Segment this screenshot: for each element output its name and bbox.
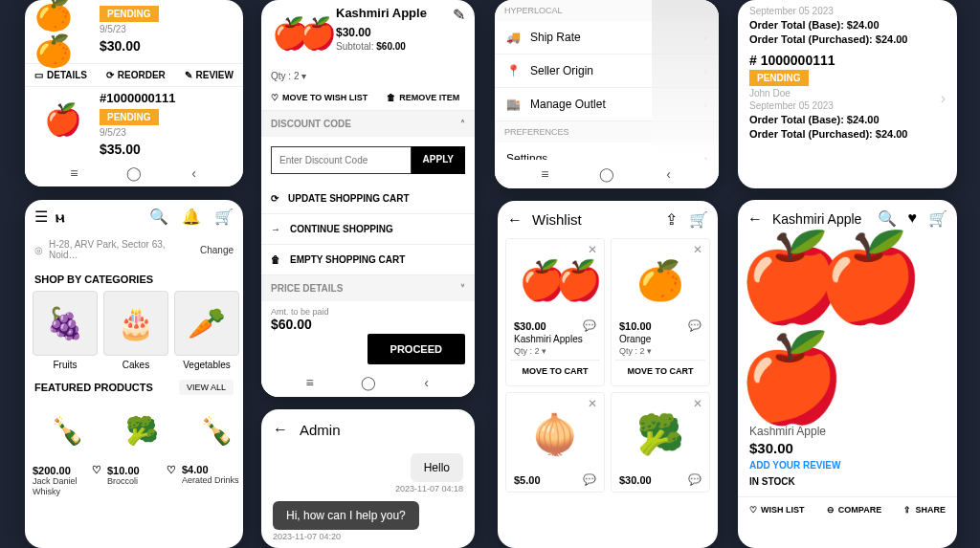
order-total-purchased: Order Total (Purchased): $24.00: [749, 33, 946, 45]
android-nav: ≡◯‹: [261, 368, 475, 397]
remove-icon[interactable]: ✕: [585, 397, 600, 412]
wishlist-button[interactable]: ♡WISH LIST: [749, 505, 805, 515]
wishlist-card[interactable]: ✕ $5.00💬: [505, 392, 605, 493]
move-to-cart-button[interactable]: MOVE TO CART: [510, 360, 600, 382]
product-image: [738, 237, 957, 419]
wishlist-card[interactable]: ✕ $10.00💬 Orange Qty : 2 ▾ MOVE TO CART: [611, 238, 710, 386]
add-review-link[interactable]: ADD YOUR REVIEW: [749, 460, 946, 471]
share-icon[interactable]: ⇪: [665, 210, 678, 229]
review-icon: ✎: [185, 70, 192, 80]
change-address-button[interactable]: Change: [200, 245, 234, 255]
stock-status: IN STOCK: [749, 476, 946, 491]
remove-item-button[interactable]: 🗑REMOVE ITEM: [387, 93, 459, 102]
move-to-wishlist-button[interactable]: ♡MOVE TO WISH LIST: [271, 93, 368, 102]
subtotal: Subtotal: $60.00: [336, 41, 465, 52]
back-icon[interactable]: ←: [747, 210, 763, 228]
product-price: $30.00: [749, 440, 946, 456]
cart-icon[interactable]: 🛒: [689, 210, 708, 229]
share-button[interactable]: ⇪SHARE: [903, 505, 946, 515]
qty-selector[interactable]: Qty : 2 ▾: [510, 344, 600, 358]
peek-image: [652, 0, 719, 153]
chevron-down-icon: ˅: [460, 283, 465, 294]
amount-value: $60.00: [271, 317, 465, 332]
pin-icon: 📍: [506, 64, 521, 77]
update-cart-button[interactable]: ⟳UPDATE SHOPPING CART: [261, 184, 475, 214]
refresh-icon: ⟳: [271, 193, 278, 204]
trash-icon: 🗑: [271, 254, 280, 265]
settings-screen: HYPERLOCAL 🚚Ship Rate› 📍Seller Origin› 🏬…: [495, 0, 719, 188]
arrow-right-icon: →: [271, 224, 280, 234]
search-icon[interactable]: 🔍: [878, 209, 897, 228]
edit-icon[interactable]: ✎: [453, 6, 465, 24]
category-cakes[interactable]: Cakes: [103, 291, 168, 370]
order-id: # 1000000111: [749, 53, 946, 68]
product-card[interactable]: $10.00♡ Broccoli: [107, 401, 176, 497]
order-totals-screen: September 05 2023 Order Total (Base): $2…: [738, 0, 957, 188]
product-detail-screen: ← Kashmiri Apple 🔍♥🛒 Kashmiri Apple $30.…: [738, 200, 957, 548]
order-date: 9/5/23: [100, 127, 234, 138]
cart-icon[interactable]: 🛒: [214, 208, 234, 226]
discount-input[interactable]: [271, 146, 412, 174]
cart-icon[interactable]: 🛒: [928, 209, 947, 228]
continue-shopping-button[interactable]: →CONTINUE SHOPPING: [261, 214, 475, 245]
product-image: [34, 91, 92, 148]
order-date: September 05 2023: [749, 100, 834, 111]
product-image: [34, 4, 92, 61]
discount-header: DISCOUNT CODE˄: [261, 111, 475, 137]
wishlist-card[interactable]: ✕ $30.00💬 Kashmiri Apples Qty : 2 ▾ MOVE…: [505, 238, 605, 386]
remove-icon[interactable]: ✕: [690, 397, 705, 412]
price-details-header: PRICE DETAILS˅: [261, 275, 475, 301]
status-badge: PENDING: [100, 6, 159, 22]
reorder-button[interactable]: ⟳REORDER: [106, 70, 166, 80]
chevron-right-icon[interactable]: ›: [941, 90, 946, 107]
bell-icon[interactable]: 🔔: [182, 208, 201, 226]
truck-icon: 🚚: [506, 31, 521, 44]
section-title: SHOP BY CATEGORIES: [25, 266, 243, 291]
qty-selector[interactable]: Qty : 2 ▾: [615, 344, 705, 358]
menu-icon[interactable]: ☰: [34, 208, 48, 226]
details-button[interactable]: ▭DETAILS: [34, 70, 87, 80]
qty-selector[interactable]: Qty : 2 ▾: [261, 67, 475, 85]
order-date: 9/5/23: [100, 24, 234, 34]
product-card[interactable]: $4.00 Aerated Drinks: [182, 401, 243, 497]
product-price: $30.00: [336, 26, 465, 39]
back-icon[interactable]: ←: [507, 211, 523, 229]
review-button[interactable]: ✎REVIEW: [185, 70, 234, 80]
message-time: 2023-11-07 04:18: [273, 484, 463, 493]
wishlist-card[interactable]: ✕ $30.00💬: [611, 392, 710, 493]
remove-icon[interactable]: ✕: [690, 243, 705, 258]
heart-icon[interactable]: ♡: [92, 464, 101, 476]
compare-button[interactable]: ⊖COMPARE: [827, 505, 881, 515]
order-id: #1000000111: [100, 91, 234, 105]
comment-icon: 💬: [688, 473, 702, 486]
search-icon[interactable]: 🔍: [149, 208, 168, 226]
remove-icon[interactable]: ✕: [585, 243, 600, 258]
amount-label: Amt. to be paid: [271, 307, 465, 317]
address-text: H-28, ARV Park, Sector 63, Noid…: [49, 239, 194, 260]
product-name: Kashmiri Apple: [336, 6, 427, 24]
apply-button[interactable]: APPLY: [412, 146, 465, 174]
back-icon[interactable]: ←: [273, 421, 288, 438]
heart-icon[interactable]: ♥: [908, 209, 918, 228]
comment-icon: 💬: [583, 319, 596, 332]
heart-icon[interactable]: ♡: [167, 464, 176, 476]
category-fruits[interactable]: Fruits: [33, 291, 98, 370]
empty-cart-button[interactable]: 🗑EMPTY SHOPPING CART: [261, 245, 475, 275]
reorder-icon: ⟳: [106, 70, 114, 80]
logo: ⲙ: [56, 208, 64, 226]
details-icon: ▭: [34, 70, 43, 80]
chat-screen: ← Admin Hello 2023-11-07 04:18 Hi, how c…: [261, 409, 475, 548]
comment-icon: 💬: [688, 319, 702, 332]
product-image: [271, 6, 326, 61]
heart-icon: ♡: [749, 505, 757, 515]
proceed-button[interactable]: PROCEED: [368, 334, 465, 364]
page-title: Kashmiri Apple: [772, 211, 861, 227]
product-card[interactable]: $200.00♡ Jack Daniel Whisky: [33, 401, 101, 497]
category-vegetables[interactable]: Vegetables: [174, 291, 239, 370]
android-nav: ≡◯‹: [495, 160, 719, 188]
view-all-button[interactable]: VIEW ALL: [179, 380, 234, 395]
status-badge: PENDING: [749, 70, 809, 86]
heart-icon: ♡: [271, 93, 278, 102]
move-to-cart-button[interactable]: MOVE TO CART: [615, 360, 705, 382]
customer-name: John Doe: [749, 88, 834, 99]
